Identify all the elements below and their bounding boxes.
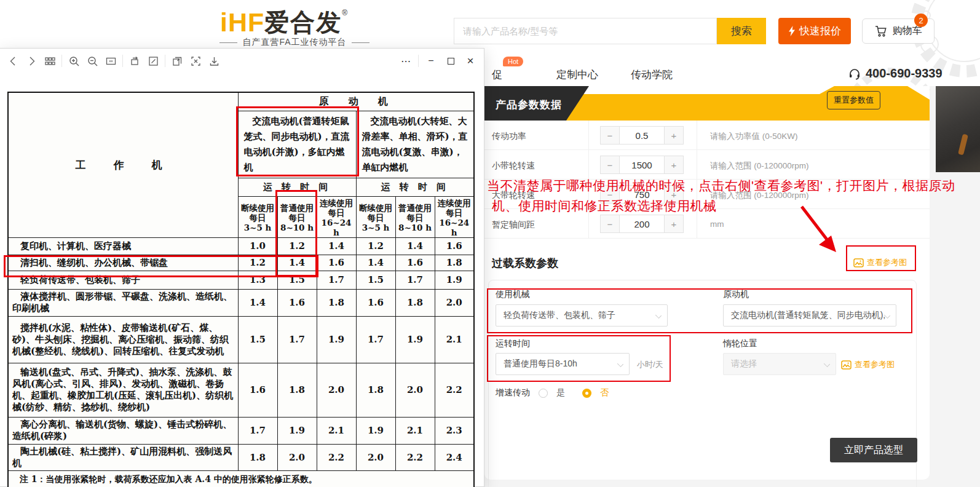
cart-icon	[875, 25, 888, 38]
table-row: 搅拌机(水泥、粘性体)、皮带输送机(矿石、煤、砂)、牛头刨床、挖掘机、离心压缩机…	[8, 316, 474, 363]
radio-no[interactable]	[582, 389, 591, 398]
param-label: 小带轮转速	[492, 160, 535, 172]
idler-select[interactable]: 请选择	[723, 353, 836, 375]
machine-select[interactable]: 轻负荷传送带、包装机、筛子	[496, 304, 668, 327]
ocr-icon[interactable]	[186, 52, 205, 69]
speedup-label: 增速传动	[496, 387, 530, 398]
thumbnails-icon[interactable]	[41, 52, 59, 69]
reset-params-button[interactable]: 重置参数值	[827, 91, 880, 109]
panel-title: 产品参数数据	[496, 98, 562, 112]
radio-no-label[interactable]: 否	[600, 387, 609, 398]
logo-brand-text: 爱合发	[264, 10, 342, 34]
submit-selection-button[interactable]: 立即产品选型	[830, 438, 917, 462]
site-logo[interactable]: iHF 爱合发 ®	[220, 10, 347, 34]
runtime-field-label: 运转时间	[496, 338, 530, 349]
table-row: 液体搅拌机、圆形带锯、平碾盘、洗涤机、造纸机、印刷机械 1.41.61.81.6…	[8, 289, 474, 316]
runtime-select[interactable]: 普通使用每日8-10h	[496, 353, 630, 375]
increment-button[interactable]: +	[664, 156, 684, 174]
picture-icon	[853, 258, 864, 267]
registered-mark: ®	[342, 9, 347, 17]
toolbar-separator	[418, 55, 419, 67]
param-row-small-pulley: 小带轮转速 − + 请输入范围 (0-120000rpm)	[484, 150, 930, 180]
runtime-header: 运 转 时 间	[356, 178, 474, 196]
toolbar-separator	[61, 55, 62, 67]
viewer-toolbar: ⋯ − ×	[0, 49, 484, 73]
parameter-panel: 产品参数数据 重置参数值 传动功率 − + 请输入功率值 (0-50KW) 小带…	[484, 86, 930, 480]
radio-yes-label[interactable]: 是	[556, 387, 565, 398]
chevron-down-icon	[824, 361, 830, 367]
table-row: 复印机、计算机、医疗器械 1.01.21.41.21.41.6	[8, 237, 474, 255]
chevron-down-icon	[617, 361, 623, 367]
decrement-button[interactable]: −	[600, 215, 620, 233]
nav-item-academy[interactable]: 传动学院	[631, 68, 673, 82]
motor-group-1: 交流电动机(普通转矩鼠笼式、同步电动机)，直流电动机(并激)，多缸内燃机	[238, 111, 356, 178]
small-pulley-value-input[interactable]	[620, 156, 664, 174]
machine-field-label: 使用机械	[496, 289, 530, 300]
view-reference-link-idler[interactable]: 查看参考图	[841, 359, 895, 370]
view-reference-link[interactable]: 查看参考图	[853, 257, 907, 268]
zoom-out-icon[interactable]	[83, 52, 101, 69]
edit-icon[interactable]	[144, 52, 162, 69]
param-hint: mm	[710, 220, 724, 229]
toolbar-separator	[165, 55, 165, 67]
table-row: 清扫机、缝纫机、办公机械、带锯盘 1.21.41.61.41.61.8	[8, 255, 474, 271]
table-header-prime-mover: 原 动 机	[238, 92, 474, 111]
nav-item-promo[interactable]: 促	[492, 68, 502, 82]
motor-select[interactable]: 交流电动机(普通转矩鼠笼、同步电动机),	[723, 304, 896, 327]
hot-badge: Hot	[503, 57, 523, 66]
quick-quote-button[interactable]: 快速报价	[778, 18, 851, 44]
motor-group-2: 交流电动机(大转矩、大滑差率、单相、滑环)，直流电动机(复激、串激)，单缸内燃机	[356, 111, 474, 178]
search-button[interactable]: 搜索	[717, 18, 766, 44]
more-options-icon[interactable]: ⋯	[396, 52, 416, 69]
increment-button[interactable]: +	[664, 126, 684, 145]
power-stepper: − +	[600, 126, 684, 145]
table-row: 离心分离机、输送机(货物、螺旋)、锤击式粉碎机、造纸机(碎浆) 1.71.92.…	[8, 417, 474, 444]
chevron-down-icon	[655, 312, 662, 319]
search-input[interactable]	[454, 18, 716, 44]
save-icon[interactable]	[205, 52, 223, 69]
search-box	[454, 18, 717, 44]
param-hint: 请输入范围 (0-120000rpm)	[710, 160, 809, 172]
param-hint: 请输入功率值 (0-50KW)	[710, 131, 798, 142]
table-row: 输送机(盘式、吊式、升降式)、抽水泵、洗涤机、鼓风机(离心式、引风、排风)、发动…	[8, 363, 474, 417]
param-label: 传动功率	[492, 131, 526, 142]
increment-button[interactable]: +	[664, 215, 684, 233]
runtime-unit-suffix: 小时/天	[637, 359, 663, 370]
close-icon[interactable]: ×	[460, 52, 480, 69]
headset-icon	[848, 68, 861, 80]
forward-icon[interactable]	[22, 52, 41, 69]
back-icon[interactable]	[4, 52, 22, 69]
axle-distance-value-input[interactable]	[620, 215, 664, 233]
copy-image-icon[interactable]	[168, 52, 186, 69]
toolbar-separator	[122, 55, 123, 67]
annotation-arrow	[793, 202, 848, 260]
table-note-1: 注 1：当使用张紧轮时，载荷系数还应加入表 A.4 中的使用张紧轮修正系数。	[20, 473, 470, 486]
zoom-in-icon[interactable]	[65, 52, 83, 69]
nav-item-custom-center[interactable]: 定制中心	[556, 68, 598, 82]
actual-size-icon[interactable]	[101, 52, 120, 69]
table-row-highlighted: 轻负荷传送带、包装机、筛子 1.31.51.71.51.71.9	[8, 271, 474, 289]
decrement-button[interactable]: −	[600, 156, 620, 174]
axle-distance-stepper: − +	[600, 215, 684, 233]
rotate-icon[interactable]	[125, 52, 144, 69]
picture-icon	[841, 360, 852, 370]
small-pulley-stepper: − +	[600, 156, 684, 174]
annotation-text-line1: 当不清楚属于哪种使用机械的时候，点击右侧'查看参考图'，打开图片，根据原动	[487, 177, 955, 194]
idler-field-label: 惰轮位置	[723, 338, 757, 349]
decrement-button[interactable]: −	[600, 126, 620, 145]
image-viewer-window: ⋯ − × 工 作 机 原 动 机 交流电动机(普通转矩鼠笼式、同步电动机)，直…	[0, 48, 484, 487]
power-value-input[interactable]	[620, 126, 664, 145]
param-row-power: 传动功率 − + 请输入功率值 (0-50KW)	[484, 121, 930, 150]
table-row: 陶土机械(硅、粘土搅拌)、矿山用混料机、强制送风机 1.82.02.22.02.…	[8, 444, 474, 470]
scanned-coefficient-table: 工 作 机 原 动 机 交流电动机(普通转矩鼠笼式、同步电动机)，直流电动机(并…	[7, 92, 475, 487]
lightning-icon	[788, 26, 796, 36]
logo-ihf-text: iHF	[220, 10, 264, 34]
product-thumbnail[interactable]	[936, 86, 980, 172]
page: iHF 爱合发 ® 自产直营FA工业传动平台 搜索 快速报价 购物车 2 促 H…	[0, 0, 980, 487]
maximize-icon[interactable]	[441, 52, 460, 69]
logo-tagline: 自产直营FA工业传动平台	[219, 37, 369, 48]
phone-number: 400-690-9339	[866, 66, 942, 81]
window-controls: ⋯ − ×	[396, 52, 480, 69]
radio-yes[interactable]	[539, 389, 548, 398]
minimize-icon[interactable]: −	[421, 52, 441, 69]
